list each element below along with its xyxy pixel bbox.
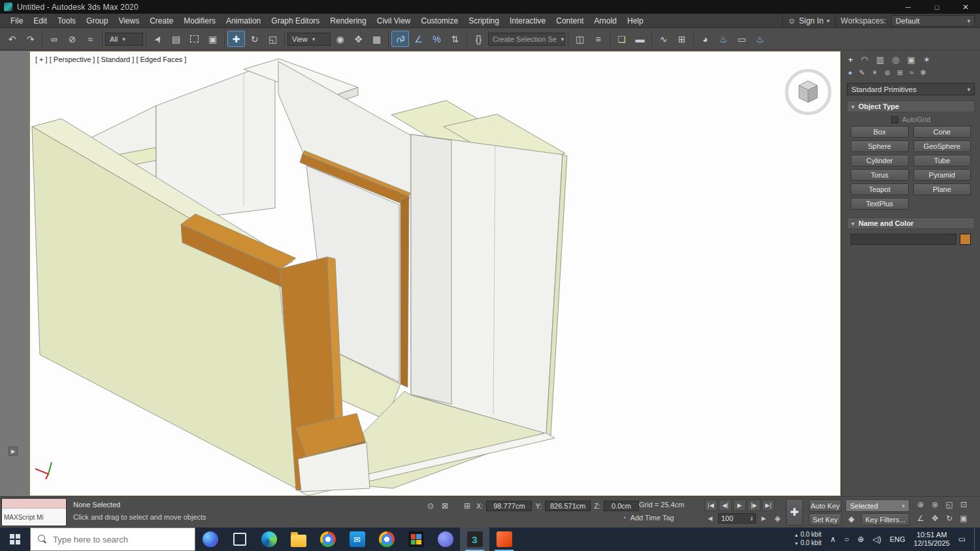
edit-named-selection-sets-button[interactable]: {} (470, 31, 487, 47)
menu-arnold[interactable]: Arnold (589, 14, 622, 28)
keyboard-override-button[interactable]: ▦ (368, 31, 385, 47)
taskbar-app-teams[interactable] (431, 527, 460, 551)
unlink-selection-icon[interactable]: ⊘ (63, 31, 81, 47)
zoom-region-icon[interactable]: ⊡ (958, 499, 970, 510)
task-view-button[interactable] (225, 527, 254, 551)
auto-key-button[interactable]: Auto Key (809, 499, 841, 512)
close-button[interactable]: ✕ (951, 0, 980, 14)
tab-create[interactable]: + (848, 55, 853, 65)
default-tangent-icon[interactable]: ◆ (845, 514, 857, 524)
minimize-button[interactable]: ─ (894, 0, 923, 14)
box-button[interactable]: Box (851, 126, 909, 138)
menu-help[interactable]: Help (622, 14, 649, 28)
select-and-scale-button[interactable]: ◱ (264, 31, 282, 47)
absolute-offset-toggle-icon[interactable]: ⊞ (461, 501, 473, 511)
select-and-rotate-button[interactable]: ↻ (246, 31, 263, 47)
tray-status-icon[interactable]: ○ (844, 535, 849, 544)
layer-manager-button[interactable]: ❏ (613, 31, 630, 47)
zoom-extents-icon[interactable]: ◱ (943, 499, 955, 510)
category-spacewarps-icon[interactable]: ≈ (909, 69, 913, 77)
taskbar-app-edge[interactable] (254, 527, 284, 551)
angle-snap-button[interactable]: ∠ (410, 31, 427, 47)
select-by-name-button[interactable]: ▤ (167, 31, 185, 47)
play-button[interactable]: ▶ (733, 499, 746, 511)
search-input[interactable] (53, 535, 177, 544)
pyramid-button[interactable]: Pyramid (913, 169, 972, 181)
language-indicator[interactable]: ENG (890, 535, 906, 543)
tab-modify[interactable]: ◠ (861, 55, 868, 65)
tab-hierarchy[interactable]: ▥ (876, 55, 884, 65)
network-icon[interactable]: ⊕ (857, 535, 864, 544)
taskbar-app-red[interactable] (489, 527, 519, 551)
current-frame-field[interactable]: 100 ▴▾ (718, 513, 756, 524)
taskbar-app-tv[interactable] (401, 527, 431, 551)
spinner-down-icon[interactable]: ▾ (751, 518, 753, 521)
go-to-start-button[interactable]: |◀ (704, 499, 717, 511)
rendered-frame-window-button[interactable]: ▭ (733, 31, 751, 47)
object-name-field[interactable] (851, 234, 956, 245)
menu-scripting[interactable]: Scripting (463, 14, 504, 28)
frame-forward-icon[interactable]: ▶ (758, 513, 770, 524)
key-filters-button[interactable]: Key Filters... (861, 513, 909, 526)
z-coordinate-field[interactable]: 0.0cm (604, 501, 639, 511)
name-color-rollout-header[interactable]: ▾ Name and Color (847, 217, 975, 229)
x-coordinate-field[interactable]: 98.777cm (486, 501, 532, 511)
object-type-rollout-header[interactable]: ▾ Object Type (847, 101, 975, 112)
mirror-button[interactable]: ◫ (571, 31, 589, 47)
select-and-move-button[interactable]: ✚ (227, 31, 245, 47)
redo-button[interactable]: ↷ (22, 31, 39, 47)
tab-utilities[interactable]: ✶ (923, 55, 930, 65)
cone-button[interactable]: Cone (913, 126, 972, 138)
select-and-manipulate-button[interactable]: ✥ (350, 31, 367, 47)
taskbar-app-mail[interactable]: ✉ (342, 527, 372, 551)
tab-display[interactable]: ▣ (907, 55, 915, 65)
zoom-icon[interactable]: ⊕ (915, 499, 926, 510)
previous-frame-button[interactable]: ◀| (719, 499, 732, 511)
tray-expand-chevron-icon[interactable]: ∧ (830, 535, 836, 544)
sign-in-button[interactable]: ☺ Sign In ▾ (782, 14, 836, 27)
go-to-end-button[interactable]: ▶| (762, 499, 775, 511)
snap-toggle-3d-button[interactable]: ∩3 (391, 31, 409, 47)
maximize-button[interactable]: □ (923, 0, 951, 14)
start-button[interactable] (0, 527, 30, 551)
object-color-swatch[interactable] (960, 234, 971, 245)
maxscript-macro-pane[interactable] (2, 499, 66, 509)
named-selection-set-combo[interactable]: Create Selection Se ▾ (488, 33, 565, 46)
primitives-category-dropdown[interactable]: Standard Primitives ▾ (847, 83, 975, 95)
menu-group[interactable]: Group (81, 14, 113, 28)
viewport-label[interactable]: [ + ] [ Perspective ] [ Standard ] [ Edg… (35, 55, 186, 63)
taskbar-app-browser2[interactable] (372, 527, 401, 551)
spinner-snap-button[interactable]: ⇅ (446, 31, 464, 47)
menu-graph-editors[interactable]: Graph Editors (266, 14, 325, 28)
menu-edit[interactable]: Edit (28, 14, 52, 28)
category-lights-icon[interactable]: ☀ (872, 69, 878, 77)
category-shapes-icon[interactable]: ✎ (859, 69, 865, 77)
frame-spinner[interactable]: ▴▾ (751, 516, 753, 521)
select-and-link-icon[interactable]: ∞ (45, 31, 63, 47)
y-coordinate-field[interactable]: 826.571cm (545, 501, 591, 511)
curve-editor-button[interactable]: ∿ (655, 31, 672, 47)
render-production-button[interactable]: ♨ (751, 31, 769, 47)
show-desktop-button[interactable] (974, 527, 977, 551)
frame-back-icon[interactable]: ◀ (704, 513, 716, 524)
menu-animation[interactable]: Animation (221, 14, 266, 28)
rectangular-selection-region-button[interactable] (186, 31, 203, 47)
selection-filter-dropdown[interactable]: All ▾ (105, 33, 143, 46)
selection-lock-icon[interactable]: ⊠ (439, 501, 451, 511)
taskbar-app-chrome[interactable] (313, 527, 342, 551)
tube-button[interactable]: Tube (913, 155, 972, 166)
category-systems-icon[interactable]: ✻ (920, 69, 926, 77)
set-key-button[interactable]: Set Key (809, 513, 841, 526)
menu-views[interactable]: Views (113, 14, 144, 28)
menu-customize[interactable]: Customize (416, 14, 464, 28)
zoom-all-icon[interactable]: ⊛ (929, 499, 941, 510)
select-object-button[interactable]: ➤ (149, 31, 167, 47)
render-setup-button[interactable]: ♨ (715, 31, 732, 47)
taskbar-app-3dsmax[interactable]: 3 (460, 527, 489, 551)
orbit-icon[interactable]: ↻ (943, 513, 955, 524)
taskbar-clock[interactable]: 10:51 AM 12/15/2025 (914, 531, 950, 548)
torus-button[interactable]: Torus (851, 169, 909, 181)
menu-create[interactable]: Create (144, 14, 178, 28)
cortana-button[interactable] (195, 527, 225, 551)
menu-interactive[interactable]: Interactive (504, 14, 551, 28)
